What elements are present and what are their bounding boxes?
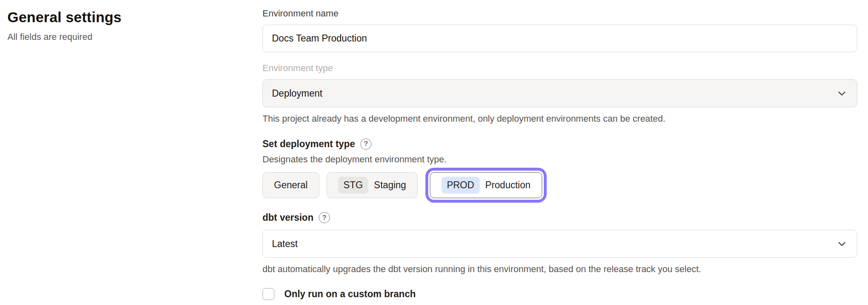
environment-type-value: Deployment — [272, 88, 323, 99]
dbt-version-heading: dbt version — [262, 212, 313, 223]
general-settings-page: General settings All fields are required… — [0, 0, 868, 305]
question-circle-icon[interactable]: ? — [319, 212, 330, 223]
deployment-type-option-production[interactable]: PROD Production — [430, 172, 542, 198]
environment-name-input[interactable] — [262, 25, 857, 52]
deployment-type-heading: Set deployment type — [262, 139, 355, 150]
deployment-type-option-staging[interactable]: STG Staging — [327, 172, 418, 198]
option-label: General — [274, 180, 308, 191]
option-label: Production — [485, 180, 531, 191]
custom-branch-label: Only run on a custom branch — [284, 289, 415, 300]
environment-type-helper: This project already has a development e… — [262, 113, 857, 125]
chevron-down-icon — [837, 88, 847, 99]
dbt-version-value: Latest — [272, 238, 298, 250]
environment-name-label: Environment name — [262, 8, 857, 19]
environment-type-group: Environment type Deployment This project… — [262, 63, 857, 125]
general-settings-form: Environment name Environment type Deploy… — [262, 8, 857, 300]
dbt-version-helper: dbt automatically upgrades the dbt versi… — [262, 263, 857, 275]
custom-branch-checkbox[interactable] — [262, 288, 274, 300]
deployment-type-option-general[interactable]: General — [262, 172, 319, 198]
prod-badge: PROD — [441, 177, 479, 194]
option-label: Staging — [374, 180, 406, 191]
stg-badge: STG — [338, 177, 368, 194]
dbt-version-select[interactable]: Latest — [262, 230, 857, 258]
environment-type-select: Deployment — [262, 79, 857, 107]
question-circle-icon[interactable]: ? — [360, 139, 371, 150]
dbt-version-group: dbt version ? Latest dbt automatically u… — [262, 212, 857, 275]
environment-name-group: Environment name — [262, 8, 857, 52]
page-subtitle: All fields are required — [7, 32, 121, 42]
environment-type-label: Environment type — [262, 63, 857, 74]
chevron-down-icon — [837, 239, 847, 249]
page-title: General settings — [7, 9, 121, 25]
deployment-type-description: Designates the deployment environment ty… — [262, 154, 857, 165]
page-header: General settings All fields are required — [7, 9, 121, 42]
dbt-version-heading-row: dbt version ? — [262, 212, 857, 223]
deployment-type-heading-row: Set deployment type ? — [262, 139, 857, 150]
custom-branch-row: Only run on a custom branch — [262, 288, 857, 300]
deployment-type-options: General STG Staging PROD Production — [262, 167, 857, 203]
